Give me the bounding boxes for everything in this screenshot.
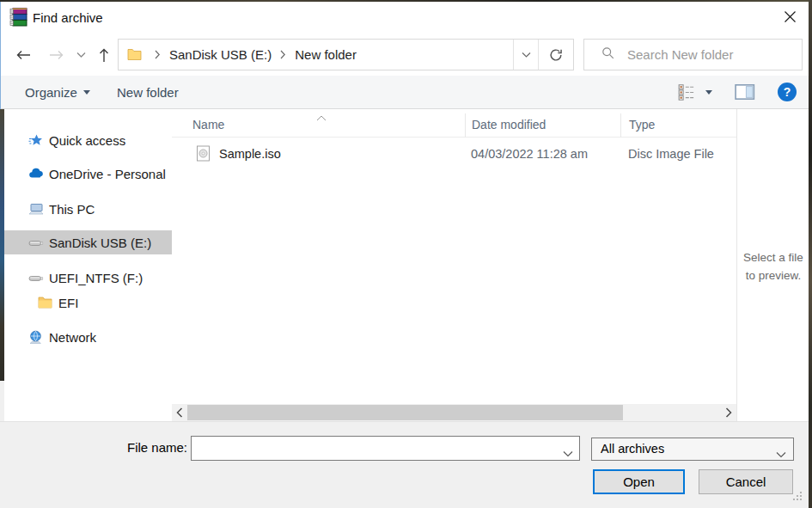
sidebar-item-label: Network bbox=[49, 330, 96, 345]
folder-icon bbox=[38, 296, 52, 310]
navigation-bar: SanDisk USB (E:) New folder bbox=[1, 34, 809, 76]
refresh-button[interactable] bbox=[538, 40, 573, 70]
chevron-down-icon[interactable] bbox=[563, 445, 573, 461]
breadcrumb: SanDisk USB (E:) New folder bbox=[146, 40, 357, 70]
onedrive-cloud-icon bbox=[28, 167, 43, 181]
chevron-down-icon bbox=[776, 446, 786, 462]
disc-image-file-icon bbox=[196, 145, 211, 164]
arrow-right-icon bbox=[48, 48, 64, 62]
file-name-input[interactable] bbox=[195, 438, 556, 459]
sidebar-item-label: SanDisk USB (E:) bbox=[49, 236, 151, 250]
change-view-button[interactable] bbox=[678, 83, 712, 101]
dropdown-triangle-icon bbox=[83, 90, 90, 95]
usb-drive-icon bbox=[28, 236, 43, 250]
file-date-modified: 04/03/2022 11:28 am bbox=[471, 147, 588, 161]
help-button[interactable]: ? bbox=[778, 83, 797, 101]
column-header-date-modified[interactable]: Date modified bbox=[465, 113, 620, 138]
window-title: Find archive bbox=[33, 10, 103, 25]
command-toolbar: Organize New folder ? bbox=[1, 76, 809, 109]
close-icon bbox=[784, 10, 797, 27]
navigation-pane: Quick access OneDrive - Personal This PC bbox=[4, 109, 172, 421]
arrow-up-icon bbox=[97, 47, 111, 64]
views-dropdown-triangle-icon bbox=[705, 90, 712, 95]
chevron-down-icon bbox=[522, 52, 531, 58]
forward-button[interactable] bbox=[46, 45, 66, 65]
search-icon bbox=[601, 46, 615, 64]
sidebar-item-label: This PC bbox=[49, 202, 95, 217]
chevron-down-icon bbox=[76, 52, 86, 58]
organize-button[interactable]: Organize bbox=[25, 76, 90, 108]
scroll-right-button[interactable] bbox=[721, 404, 736, 421]
breadcrumb-item-drive[interactable]: SanDisk USB (E:) bbox=[169, 47, 272, 62]
file-type: Disc Image File bbox=[628, 147, 714, 161]
column-header-name[interactable]: Name bbox=[172, 113, 465, 138]
sidebar-item-onedrive[interactable]: OneDrive - Personal bbox=[4, 163, 172, 184]
recent-locations-button[interactable] bbox=[73, 45, 89, 65]
chevron-left-icon bbox=[176, 407, 183, 418]
winrar-app-icon bbox=[9, 8, 27, 31]
close-button[interactable] bbox=[772, 2, 809, 34]
column-header-type[interactable]: Type bbox=[620, 113, 736, 138]
quick-access-star-icon bbox=[28, 133, 43, 148]
preview-pane-icon bbox=[735, 83, 755, 101]
file-name-label: File name: bbox=[52, 440, 187, 455]
address-dropdown-button[interactable] bbox=[513, 40, 538, 70]
horizontal-scrollbar[interactable] bbox=[172, 404, 736, 421]
scrollbar-thumb[interactable] bbox=[187, 405, 623, 420]
filter-selected-value: All archives bbox=[601, 442, 664, 456]
chevron-right-icon bbox=[155, 47, 161, 62]
search-input[interactable] bbox=[627, 47, 791, 62]
scroll-left-button[interactable] bbox=[172, 404, 187, 421]
refresh-icon bbox=[548, 47, 564, 63]
file-name-combobox[interactable] bbox=[191, 436, 580, 461]
preview-pane-button[interactable] bbox=[735, 83, 755, 104]
sidebar-item-network[interactable]: Network bbox=[4, 327, 172, 347]
file-type-filter-select[interactable]: All archives bbox=[591, 438, 794, 461]
file-list: Name Date modified Type Sample.iso 04/03… bbox=[172, 109, 736, 404]
resize-grip[interactable] bbox=[793, 492, 803, 502]
sidebar-item-label: EFI bbox=[58, 296, 78, 310]
open-button-label: Open bbox=[623, 474, 655, 489]
title-bar: Find archive bbox=[1, 2, 809, 34]
up-button[interactable] bbox=[94, 45, 114, 65]
column-headers: Name Date modified Type bbox=[172, 113, 736, 138]
back-button[interactable] bbox=[13, 45, 34, 65]
cancel-button-label: Cancel bbox=[726, 474, 766, 489]
dialog-footer: File name: All archives Open Cancel bbox=[0, 421, 809, 508]
search-box[interactable] bbox=[583, 39, 803, 70]
file-name: Sample.iso bbox=[219, 147, 281, 161]
sidebar-item-quick-access[interactable]: Quick access bbox=[4, 130, 172, 150]
chevron-right-icon bbox=[280, 47, 286, 62]
preview-message: Select a file to preview. bbox=[737, 248, 809, 285]
arrow-left-icon bbox=[15, 48, 32, 62]
question-mark-icon: ? bbox=[784, 85, 791, 99]
details-view-icon bbox=[678, 83, 695, 101]
open-button[interactable]: Open bbox=[593, 469, 685, 494]
sidebar-item-this-pc[interactable]: This PC bbox=[4, 199, 172, 219]
organize-label: Organize bbox=[25, 85, 77, 100]
usb-drive-icon bbox=[28, 271, 43, 285]
sidebar-item-label: UEFI_NTFS (F:) bbox=[49, 271, 143, 285]
network-globe-icon bbox=[28, 330, 43, 345]
sidebar-item-label: Quick access bbox=[49, 133, 125, 148]
dialog-body: Quick access OneDrive - Personal This PC bbox=[4, 109, 809, 421]
breadcrumb-item-folder[interactable]: New folder bbox=[295, 47, 357, 62]
cancel-button[interactable]: Cancel bbox=[699, 469, 793, 494]
folder-icon bbox=[127, 48, 142, 64]
computer-icon bbox=[28, 202, 43, 217]
file-row-sample-iso[interactable]: Sample.iso 04/03/2022 11:28 am Disc Imag… bbox=[172, 144, 736, 166]
chevron-right-icon bbox=[725, 407, 732, 418]
sidebar-item-efi[interactable]: EFI bbox=[4, 292, 172, 313]
new-folder-button[interactable]: New folder bbox=[117, 76, 179, 108]
new-folder-label: New folder bbox=[117, 85, 179, 100]
address-bar[interactable]: SanDisk USB (E:) New folder bbox=[118, 39, 574, 70]
preview-pane: Select a file to preview. bbox=[736, 109, 809, 421]
sidebar-item-sandisk-usb[interactable]: SanDisk USB (E:) bbox=[4, 230, 172, 254]
sidebar-item-uefi-ntfs[interactable]: UEFI_NTFS (F:) bbox=[4, 267, 172, 288]
sidebar-item-label: OneDrive - Personal bbox=[49, 167, 166, 181]
